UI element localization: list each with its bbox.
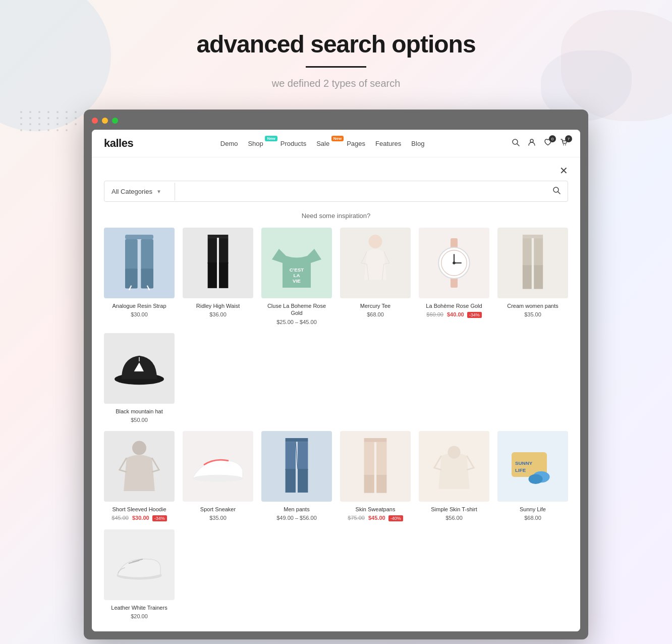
product-price-14: $20.00 <box>104 613 175 619</box>
svg-rect-11 <box>141 269 153 288</box>
svg-rect-16 <box>219 238 228 263</box>
product-card-1[interactable]: Analogue Resin Strap $30.00 <box>104 228 175 325</box>
svg-point-2 <box>530 139 533 142</box>
product-name-2: Ridley High Waist <box>183 302 253 309</box>
svg-rect-31 <box>523 238 532 266</box>
svg-rect-14 <box>208 235 229 238</box>
product-image-12 <box>419 431 489 502</box>
product-image-7 <box>104 333 175 404</box>
product-card-6[interactable]: Cream women pants $35.00 <box>497 228 568 325</box>
product-price-8: $45.00 $30.00 -34% <box>104 515 175 521</box>
nav-item-sale[interactable]: Sale New <box>316 140 337 147</box>
product-card-2[interactable]: Ridley High Waist $36.00 <box>183 228 253 325</box>
product-price-4: $68.00 <box>340 311 411 317</box>
product-card-8[interactable]: Short Sleeved Hoodie $45.00 $30.00 -34% <box>104 431 175 521</box>
store-nav: Demo Shop New Products Sale New Pages Fe… <box>220 140 425 147</box>
product-card-13[interactable]: SUNNY LIFE Sunny Life $68.00 <box>497 431 568 521</box>
svg-line-45 <box>296 442 298 469</box>
header-wishlist-icon[interactable]: 0 <box>544 138 552 148</box>
svg-point-3 <box>563 144 564 145</box>
product-card-5[interactable]: La Bohème Rose Gold $60.00 $40.00 -34% <box>419 228 489 325</box>
svg-text:C'EST: C'EST <box>290 267 304 273</box>
svg-rect-50 <box>376 475 386 493</box>
product-image-11 <box>340 431 411 502</box>
product-name-8: Short Sleeved Hoodie <box>104 506 175 513</box>
product-name-10: Men pants <box>261 506 332 513</box>
product-price-7: $50.00 <box>104 417 175 423</box>
cart-count: 7 <box>565 135 572 142</box>
nav-item-blog[interactable]: Blog <box>411 140 424 147</box>
search-bar: All Categories ▼ <box>104 181 568 202</box>
nav-item-products[interactable]: Products <box>281 140 306 147</box>
product-card-12[interactable]: Simple Skin T-shirt $56.00 <box>419 431 489 521</box>
product-price-1: $30.00 <box>104 311 175 317</box>
product-card-9[interactable]: Sport Sneaker $35.00 <box>183 431 253 521</box>
search-input[interactable] <box>175 182 545 200</box>
sale-badge: New <box>331 136 344 141</box>
header-cart-icon[interactable]: 7 <box>560 138 568 148</box>
svg-rect-10 <box>125 269 138 288</box>
sale-price-8: $30.00 <box>132 515 149 521</box>
store-logo: kalles <box>104 137 133 150</box>
product-price-13: $68.00 <box>497 515 568 521</box>
svg-line-6 <box>558 192 560 194</box>
store-header: kalles Demo Shop New Products Sale New P… <box>92 130 580 157</box>
nav-item-features[interactable]: Features <box>375 140 401 147</box>
product-name-5: La Bohème Rose Gold <box>419 302 489 309</box>
browser-chrome <box>92 118 580 130</box>
product-name-4: Mercury Tee <box>340 302 411 309</box>
svg-rect-47 <box>364 442 374 476</box>
product-card-10[interactable]: Men pants $49.00 – $56.00 <box>261 431 332 521</box>
product-name-1: Analogue Resin Strap <box>104 302 175 309</box>
search-popup: ✕ All Categories ▼ Need some <box>92 157 580 631</box>
svg-rect-32 <box>534 238 543 266</box>
browser-maximize-dot[interactable] <box>112 118 118 124</box>
inspiration-label: Need some inspiration? <box>104 212 568 220</box>
modal-content: kalles Demo Shop New Products Sale New P… <box>92 130 580 631</box>
nav-item-shop[interactable]: Shop New <box>248 140 270 147</box>
search-category-dropdown[interactable]: All Categories ▼ <box>104 183 175 200</box>
svg-rect-40 <box>286 438 308 442</box>
product-name-13: Sunny Life <box>497 506 568 513</box>
svg-rect-18 <box>219 262 228 288</box>
svg-rect-15 <box>208 238 217 263</box>
browser-minimize-dot[interactable] <box>102 118 108 124</box>
svg-rect-49 <box>364 475 374 493</box>
header-search-icon[interactable] <box>512 138 520 148</box>
products-grid-row2: Short Sleeved Hoodie $45.00 $30.00 -34% <box>104 431 568 620</box>
product-image-13: SUNNY LIFE <box>497 431 568 502</box>
svg-rect-41 <box>286 442 296 470</box>
svg-rect-46 <box>364 438 387 442</box>
product-card-3[interactable]: C'EST LA VIE Cluse La Boheme Rose Gold $… <box>261 228 332 325</box>
close-button[interactable]: ✕ <box>559 166 568 176</box>
page-subtitle: we defined 2 types of search <box>10 78 662 89</box>
search-submit-icon[interactable] <box>545 181 568 201</box>
product-image-4 <box>340 228 411 298</box>
nav-item-pages[interactable]: Pages <box>347 140 365 147</box>
svg-text:LA: LA <box>293 273 300 278</box>
svg-text:VIE: VIE <box>293 278 301 284</box>
svg-rect-33 <box>523 265 532 289</box>
browser-close-dot[interactable] <box>92 118 98 124</box>
product-card-11[interactable]: Skin Sweatpans $75.00 $45.00 -40% <box>340 431 411 521</box>
sale-badge-11: -40% <box>388 515 403 521</box>
svg-rect-42 <box>298 442 308 470</box>
product-name-12: Simple Skin T-shirt <box>419 506 489 513</box>
product-card-7[interactable]: Black mountain hat $50.00 <box>104 333 175 423</box>
svg-rect-8 <box>125 239 138 271</box>
product-image-14 <box>104 529 175 600</box>
product-image-8 <box>104 431 175 502</box>
product-card-14[interactable]: Leather White Trainers $20.00 <box>104 529 175 619</box>
product-name-7: Black mountain hat <box>104 408 175 415</box>
svg-rect-34 <box>534 265 543 289</box>
product-image-2 <box>183 228 253 298</box>
nav-item-demo[interactable]: Demo <box>220 140 238 147</box>
header-user-icon[interactable] <box>528 138 536 148</box>
svg-rect-9 <box>141 239 153 271</box>
product-card-4[interactable]: Mercury Tee $68.00 <box>340 228 411 325</box>
original-price-8: $45.00 <box>111 515 129 521</box>
svg-point-22 <box>369 235 382 248</box>
product-name-3: Cluse La Boheme Rose Gold <box>261 302 332 317</box>
svg-rect-7 <box>125 235 153 239</box>
svg-point-51 <box>447 446 460 458</box>
